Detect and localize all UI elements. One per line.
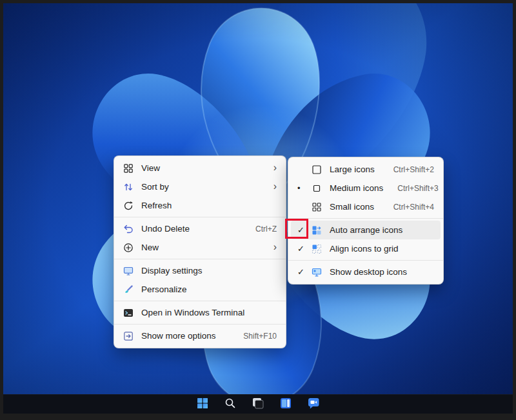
view-grid-icon <box>123 163 134 174</box>
menu-separator <box>114 217 286 217</box>
new-plus-icon <box>123 243 134 253</box>
taskbar <box>3 394 513 414</box>
chat-button[interactable] <box>305 396 322 413</box>
widgets-button[interactable] <box>277 396 294 413</box>
menu-separator <box>114 301 286 301</box>
submenu-item-small-icons[interactable]: Small icons Ctrl+Shift+4 <box>291 197 441 216</box>
menu-item-label: Align icons to grid <box>330 244 434 254</box>
search-button[interactable] <box>222 396 239 413</box>
menu-item-sort-by[interactable]: Sort by › <box>117 177 283 196</box>
widgets-icon <box>280 397 292 411</box>
submenu-item-large-icons[interactable]: Large icons Ctrl+Shift+2 <box>291 160 441 179</box>
display-settings-icon <box>123 266 134 276</box>
menu-item-shortcut: Ctrl+Shift+2 <box>393 165 434 174</box>
menu-separator <box>114 259 286 259</box>
menu-item-refresh[interactable]: Refresh <box>117 196 283 215</box>
menu-item-label: New <box>141 243 259 252</box>
menu-separator <box>288 218 443 219</box>
checkmark-icon: ✓ <box>297 244 312 254</box>
menu-separator <box>114 324 286 325</box>
menu-item-label: Auto arrange icons <box>330 225 434 235</box>
chat-bubble-icon <box>308 397 319 411</box>
menu-item-label: Sort by <box>141 182 259 192</box>
align-icons-to-grid-icon <box>312 244 322 254</box>
checkmark-icon: ✓ <box>297 267 312 277</box>
chevron-right-icon: › <box>273 242 277 252</box>
menu-item-display-settings[interactable]: Display settings <box>117 261 283 280</box>
task-view-icon <box>252 397 264 411</box>
radio-selected-icon: • <box>297 183 312 193</box>
search-icon <box>224 397 236 411</box>
medium-icons-icon <box>312 183 322 194</box>
submenu-item-show-desktop-icons[interactable]: ✓ Show desktop icons <box>291 263 441 281</box>
show-more-options-icon <box>123 331 134 341</box>
submenu-item-medium-icons[interactable]: • Medium icons Ctrl+Shift+3 <box>291 179 441 197</box>
menu-item-label: Show desktop icons <box>330 267 434 277</box>
terminal-icon <box>123 308 134 318</box>
menu-item-shortcut: Ctrl+Shift+4 <box>393 203 434 212</box>
windows-logo-icon <box>197 397 208 411</box>
desktop-screen: View › Sort by › Refresh Undo Delete Ctr… <box>3 3 513 414</box>
task-view-button[interactable] <box>250 396 266 413</box>
auto-arrange-icon <box>312 225 322 235</box>
view-submenu: Large icons Ctrl+Shift+2 • Medium icons … <box>288 157 444 285</box>
refresh-icon <box>123 201 134 211</box>
large-icons-icon <box>312 165 322 175</box>
checkmark-icon: ✓ <box>297 225 312 235</box>
small-icons-icon <box>312 202 322 212</box>
chevron-right-icon: › <box>273 163 277 173</box>
menu-item-personalize[interactable]: Personalize <box>117 280 283 299</box>
menu-item-label: Refresh <box>141 201 277 210</box>
show-desktop-icons-icon <box>312 267 322 277</box>
menu-item-open-windows-terminal[interactable]: Open in Windows Terminal <box>117 303 283 322</box>
desktop-context-menu: View › Sort by › Refresh Undo Delete Ctr… <box>114 155 286 348</box>
menu-item-new[interactable]: New › <box>117 238 283 257</box>
submenu-item-align-icons-to-grid[interactable]: ✓ Align icons to grid <box>291 239 441 258</box>
menu-item-label: View <box>141 163 259 173</box>
undo-icon <box>123 224 134 234</box>
menu-item-undo-delete[interactable]: Undo Delete Ctrl+Z <box>117 219 283 238</box>
menu-item-show-more-options[interactable]: Show more options Shift+F10 <box>117 326 283 345</box>
menu-item-label: Show more options <box>141 331 229 341</box>
start-button[interactable] <box>194 396 211 413</box>
menu-item-label: Large icons <box>330 165 379 174</box>
menu-item-label: Personalize <box>141 285 277 294</box>
menu-item-label: Display settings <box>141 266 277 275</box>
menu-item-view[interactable]: View › <box>117 159 283 177</box>
menu-item-shortcut: Ctrl+Z <box>255 225 277 234</box>
menu-item-shortcut: Ctrl+Shift+3 <box>397 184 438 193</box>
sort-icon <box>123 182 134 192</box>
menu-item-shortcut: Shift+F10 <box>243 332 277 341</box>
personalize-brush-icon <box>123 285 134 295</box>
chevron-right-icon: › <box>273 181 277 192</box>
menu-item-label: Medium icons <box>330 183 383 193</box>
submenu-item-auto-arrange-icons[interactable]: ✓ Auto arrange icons <box>291 221 441 239</box>
menu-item-label: Small icons <box>330 202 379 212</box>
menu-item-label: Undo Delete <box>141 224 241 234</box>
menu-separator <box>288 260 443 261</box>
menu-item-label: Open in Windows Terminal <box>141 308 277 317</box>
